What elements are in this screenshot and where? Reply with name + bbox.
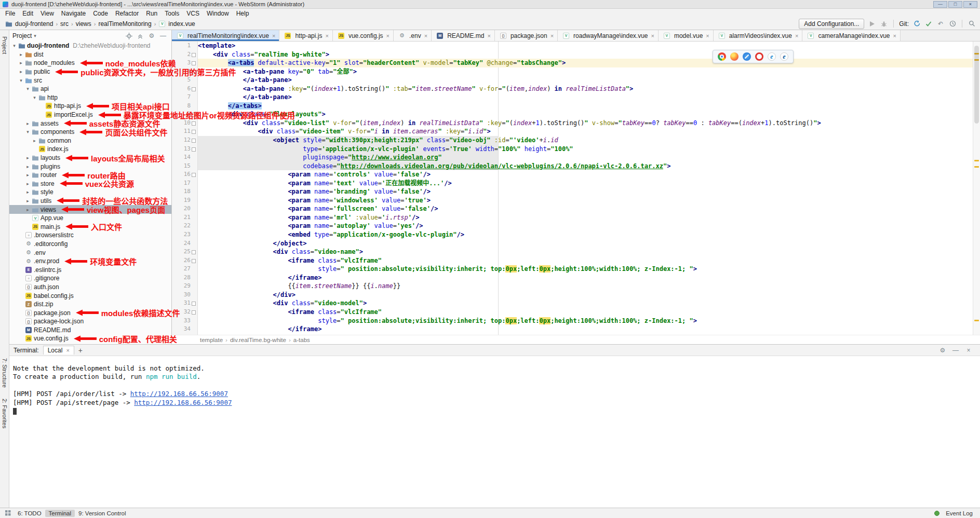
scrollbar-thumb[interactable] (974, 46, 979, 124)
chevron-right-icon[interactable]: ▸ (25, 121, 31, 126)
editor-tab[interactable]: VcameraManage\index.vue× (802, 30, 901, 41)
tree-item-vue.config.js[interactable]: JSvue.config.jsconfig配置、代理相关 (9, 334, 171, 343)
search-icon[interactable] (968, 20, 976, 28)
git-update-icon[interactable] (912, 20, 921, 28)
close-terminal-icon[interactable]: × (964, 346, 973, 355)
add-configuration-button[interactable]: Add Configuration... (799, 19, 864, 29)
ie-icon[interactable]: e (768, 52, 776, 61)
tree-item-layouts[interactable]: ▸layoutslayouts全局布局相关 (9, 154, 171, 162)
tree-item-package-lock.json[interactable]: {}package-lock.json (9, 317, 171, 326)
editor-tab[interactable]: {}package.json× (495, 30, 558, 41)
editor-tab[interactable]: JSvue.config.js× (333, 30, 394, 41)
chevron-down-icon[interactable]: ▾ (34, 33, 36, 38)
editor-breadcrumb-item[interactable]: a-tabs (293, 337, 310, 343)
tree-item-.eslintrc.js[interactable]: E.eslintrc.js (9, 265, 171, 274)
new-terminal-icon[interactable]: + (78, 346, 83, 355)
stripe-structure-button[interactable]: 7: Structure (2, 358, 8, 388)
project-panel-title[interactable]: Project (12, 32, 32, 39)
tree-item-src[interactable]: ▾src (9, 76, 171, 85)
menu-item-help[interactable]: Help (233, 10, 253, 17)
run-icon[interactable] (868, 20, 876, 28)
chevron-down-icon[interactable]: ▾ (18, 78, 24, 83)
chevron-right-icon[interactable]: ▸ (32, 138, 37, 143)
chevron-right-icon[interactable]: ▸ (25, 164, 31, 169)
tree-item-.editorconfig[interactable]: ⚙.editorconfig (9, 240, 171, 249)
status-6-todo[interactable]: 6: TODO (14, 510, 45, 517)
menu-item-window[interactable]: Window (203, 10, 233, 17)
error-stripe-mark[interactable] (974, 160, 979, 161)
tree-item-package.json[interactable]: {}package.jsonmodules依赖描述文件 (9, 308, 171, 317)
git-revert-icon[interactable]: ↶ (936, 20, 945, 28)
safari-icon[interactable] (743, 52, 751, 61)
terminal-link[interactable]: http://192.168.66.56:9007 (130, 390, 228, 398)
chevron-right-icon[interactable]: ▸ (25, 181, 31, 186)
breadcrumb-item[interactable]: views (76, 20, 91, 28)
stripe-project-button[interactable]: Project (2, 36, 8, 54)
close-icon[interactable]: × (551, 33, 554, 39)
editor-breadcrumb-item[interactable]: template (200, 337, 223, 343)
breadcrumb-item[interactable]: src (60, 20, 69, 28)
editor-tab[interactable]: Vmodel.vue× (659, 30, 714, 41)
chevron-down-icon[interactable]: ▾ (11, 43, 17, 48)
menu-item-view[interactable]: View (37, 10, 58, 17)
minimize-button[interactable]: — (933, 1, 947, 8)
chevron-right-icon[interactable]: ▸ (25, 189, 31, 195)
menu-item-run[interactable]: Run (142, 10, 161, 17)
collapse-all-icon[interactable] (136, 32, 144, 40)
editor-tab[interactable]: ValarmVideos\index.vue× (714, 30, 803, 41)
stripe-favorites-button[interactable]: 2: Favorites (2, 399, 8, 428)
debug-bug-icon[interactable] (880, 20, 888, 28)
close-icon[interactable]: × (272, 33, 275, 39)
close-icon[interactable]: × (893, 33, 896, 39)
git-commit-check-icon[interactable] (924, 20, 933, 28)
tree-item-main.js[interactable]: JSmain.js入口文件 (9, 222, 171, 231)
close-icon[interactable]: × (651, 33, 654, 39)
code-editor[interactable]: <template> <div class="realTime bg-white… (198, 42, 973, 335)
edge-icon[interactable]: e (780, 52, 788, 61)
chrome-icon[interactable] (718, 52, 726, 61)
locate-file-icon[interactable] (125, 32, 133, 40)
terminal-link[interactable]: http://192.168.66.56:9007 (134, 399, 232, 406)
menu-item-edit[interactable]: Edit (19, 10, 37, 17)
close-icon[interactable]: × (795, 33, 798, 39)
close-icon[interactable]: × (487, 33, 490, 39)
terminal-tab-local[interactable]: Local × (43, 346, 74, 355)
menu-item-tools[interactable]: Tools (161, 10, 183, 17)
tree-item-.env.prod[interactable]: ⚙.env.prod环境变量文件 (9, 257, 171, 266)
hide-panel-icon[interactable]: — (159, 32, 167, 40)
menu-item-file[interactable]: File (2, 10, 19, 17)
close-icon[interactable]: × (66, 347, 69, 353)
status-9-version-control[interactable]: 9: Version Control (75, 510, 129, 517)
tree-item-babel.config.js[interactable]: JSbabel.config.js (9, 291, 171, 300)
editor-tab[interactable]: JShttp-api.js× (279, 30, 332, 41)
menu-item-navigate[interactable]: Navigate (58, 10, 89, 17)
history-clock-icon[interactable] (948, 20, 957, 28)
tree-item-common[interactable]: ▸common (9, 137, 171, 145)
close-icon[interactable]: × (325, 33, 328, 39)
chevron-right-icon[interactable]: ▸ (18, 69, 24, 74)
hide-terminal-icon[interactable]: — (951, 346, 960, 355)
close-icon[interactable]: × (386, 33, 390, 39)
close-icon[interactable]: × (706, 33, 709, 39)
event-log-button[interactable]: Event Log (942, 510, 976, 517)
chevron-right-icon[interactable]: ▸ (25, 207, 31, 212)
event-log-icon[interactable] (934, 511, 939, 516)
close-button[interactable]: × (963, 1, 977, 8)
tree-item-components[interactable]: ▾components页面公共组件文件 (9, 128, 171, 137)
editor-tab[interactable]: VroadwayManage\index.vue× (558, 30, 659, 41)
terminal-settings-gear-icon[interactable]: ⚙ (938, 346, 947, 355)
menu-item-code[interactable]: Code (89, 10, 112, 17)
tree-item-public[interactable]: ▸publicpublic资源文件夹，一般放引用的第三方插件 (9, 67, 171, 76)
opera-icon[interactable] (755, 52, 763, 61)
tree-item-.browserslistrc[interactable]: ≡.browserslistrc (9, 231, 171, 240)
chevron-right-icon[interactable]: ▸ (18, 52, 24, 57)
tree-item-store[interactable]: ▸storevuex公共资源 (9, 180, 171, 188)
breadcrumb-item[interactable]: index.vue (168, 20, 195, 28)
menu-item-vcs[interactable]: VCS (183, 10, 203, 17)
close-icon[interactable]: × (424, 33, 427, 39)
chevron-right-icon[interactable]: ▸ (25, 198, 31, 203)
breadcrumb-item[interactable]: realTimeMonitoring (98, 20, 151, 28)
error-stripe-mark[interactable] (974, 320, 979, 321)
error-stripe-mark[interactable] (974, 166, 979, 168)
status-terminal[interactable]: Terminal (45, 510, 75, 517)
